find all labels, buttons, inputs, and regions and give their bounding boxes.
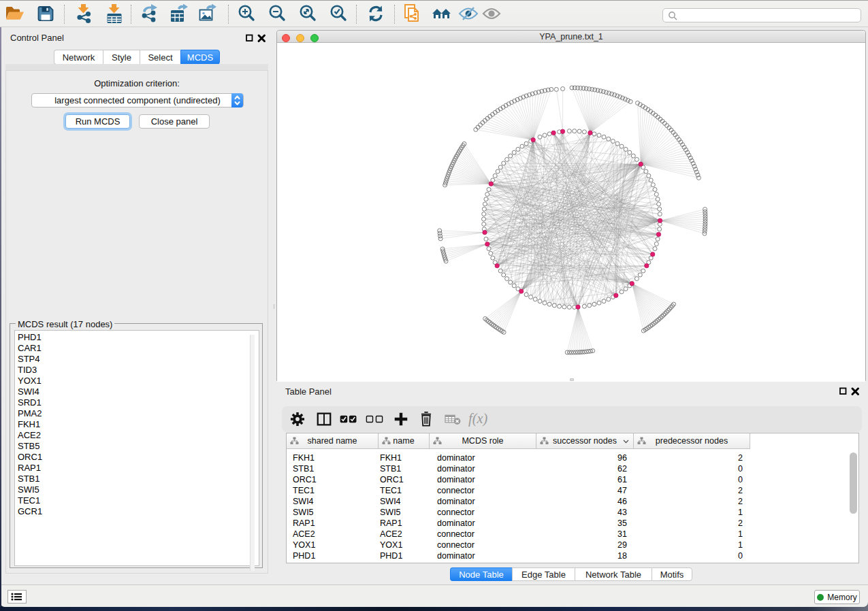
svg-text:f(x): f(x) [468,411,487,427]
